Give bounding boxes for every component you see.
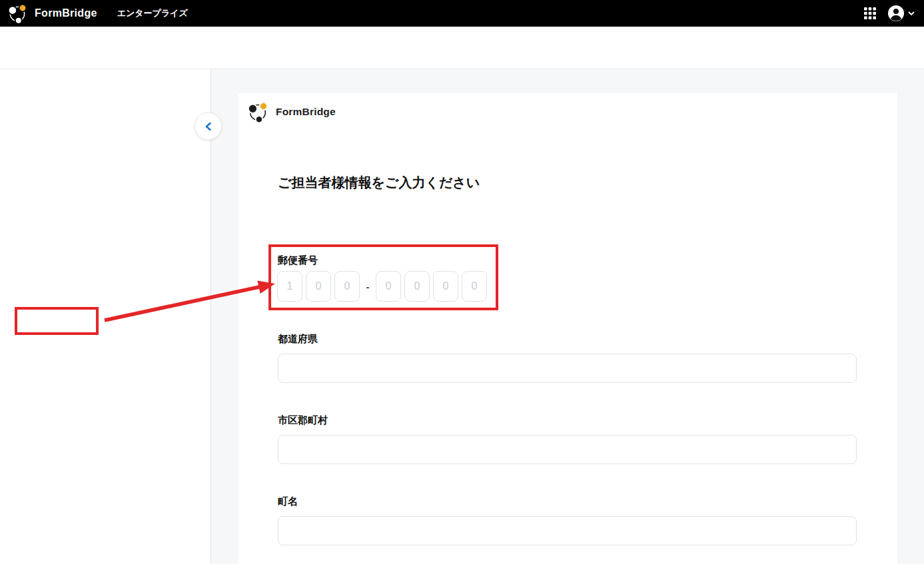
form-header-bar bbox=[0, 27, 924, 69]
postal-code-label: 郵便番号 bbox=[278, 254, 318, 267]
town-input[interactable] bbox=[278, 516, 857, 545]
form-preview-card bbox=[238, 93, 897, 564]
prefecture-input[interactable] bbox=[278, 354, 857, 383]
town-label: 町名 bbox=[278, 495, 298, 508]
account-menu[interactable] bbox=[887, 5, 915, 22]
top-app-bar: FormBridge エンタープライズ bbox=[0, 0, 924, 27]
prefecture-label: 都道府県 bbox=[278, 333, 318, 346]
postal-digit-input[interactable] bbox=[404, 271, 430, 302]
chevron-down-icon bbox=[908, 11, 915, 16]
city-input[interactable] bbox=[278, 435, 857, 464]
postal-digit-input[interactable] bbox=[462, 271, 487, 302]
postal-digit-input[interactable] bbox=[306, 271, 331, 302]
formbridge-logo-icon bbox=[7, 3, 28, 24]
postal-digit-input[interactable] bbox=[277, 271, 302, 302]
plan-label: エンタープライズ bbox=[117, 7, 188, 19]
postal-digit-input[interactable] bbox=[433, 271, 458, 302]
apps-grid-icon[interactable] bbox=[863, 7, 877, 20]
form-heading: ご担当者様情報をご入力ください bbox=[278, 174, 480, 192]
form-brand-name: FormBridge bbox=[276, 106, 336, 118]
postal-digit-input[interactable] bbox=[334, 271, 360, 302]
form-brand-row: FormBridge bbox=[246, 101, 336, 123]
postal-separator: - bbox=[363, 281, 372, 292]
postal-code-inputs: - bbox=[277, 271, 490, 302]
brand-name: FormBridge bbox=[35, 7, 97, 19]
city-label: 市区郡町村 bbox=[278, 414, 328, 427]
account-icon bbox=[887, 5, 905, 22]
builder-sidebar bbox=[0, 69, 211, 564]
formbridge-app: FormBridge エンタープライズ bbox=[0, 0, 924, 564]
sidebar-divider bbox=[211, 69, 211, 564]
formbridge-logo-icon bbox=[246, 101, 269, 123]
postal-digit-input[interactable] bbox=[376, 271, 401, 302]
collapse-sidebar-button[interactable] bbox=[195, 113, 222, 140]
